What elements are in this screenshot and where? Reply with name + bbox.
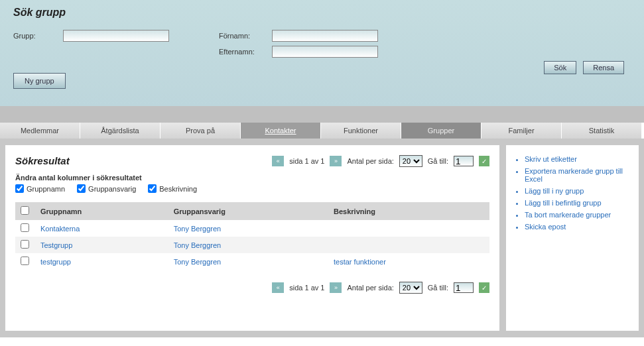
tab-medlemmar[interactable]: Medlemmar [0,123,80,139]
pager-next-icon[interactable]: » [330,282,342,293]
row-checkbox[interactable] [21,240,29,249]
tab-funktioner[interactable]: Funktioner [321,123,401,139]
sidebar-list: Skriv ut etiketterExportera markerade gr… [513,155,632,231]
row-checkbox[interactable] [21,223,29,232]
column-checkboxes: Gruppnamn Gruppansvarig Beskrivning [15,184,489,193]
row-checkbox[interactable] [21,257,29,265]
lastname-label: Efternamn: [219,48,272,56]
goto-label: Gå till: [428,284,448,292]
tab-bar: MedlemmarÅtgärdslistaProva påKontakterFu… [0,123,644,139]
responsible-link[interactable]: Tony Berggren [174,225,222,233]
firstname-input[interactable] [272,30,378,42]
col-check-responsible[interactable] [77,184,86,193]
content-panel: Sökresultat « sida 1 av 1 » Antal per si… [5,145,499,331]
new-group-button[interactable]: Ny grupp [13,73,66,89]
firstname-label: Förnamn: [219,32,272,40]
goto-input[interactable] [454,282,474,293]
goto-button-icon[interactable]: ✓ [479,282,489,293]
pager-page-text: sida 1 av 1 [289,284,324,292]
sidebar-item: Exportera markerade grupp till Excel [525,167,632,183]
per-page-select[interactable]: 20 [399,282,422,294]
tab-kontakter[interactable]: Kontakter [241,123,321,139]
sidebar-item: Skicka epost [525,223,632,231]
pager-next-icon[interactable]: » [330,156,342,166]
results-table: Gruppnamn Gruppansvarig Beskrivning Kont… [15,202,489,270]
sidebar-link[interactable]: Skicka epost [525,223,566,231]
responsible-link[interactable]: Tony Berggren [174,241,222,249]
sidebar-item: Ta bort markerade grupper [525,211,632,219]
sidebar-link[interactable]: Skriv ut etiketter [525,155,577,163]
lastname-input[interactable] [272,46,378,58]
responsible-link[interactable]: Tony Berggren [174,258,222,266]
form-group-mid: Förnamn: Efternamn: [219,30,378,62]
col-check-groupname-label: Gruppnamn [27,185,65,193]
goto-button-icon[interactable]: ✓ [479,156,489,166]
group-label: Grupp: [13,32,63,40]
separator-bar [0,106,644,123]
tab-statistik[interactable]: Statistik [562,123,642,139]
group-link[interactable]: testgrupp [40,258,71,266]
col-check-groupname[interactable] [15,184,24,193]
pager-top: « sida 1 av 1 » Antal per sida: 20 Gå ti… [272,155,489,167]
search-panel: Sök grupp Grupp: Förnamn: Efternamn: Ny … [0,0,644,106]
th-groupname[interactable]: Gruppnamn [35,202,168,220]
search-button[interactable]: Sök [544,61,576,74]
group-link[interactable]: Testgrupp [40,241,72,249]
col-check-description-label: Beskrivning [159,185,197,193]
tab-prova på[interactable]: Prova på [161,123,241,139]
form-group-left: Grupp: [13,30,169,46]
sidebar-link[interactable]: Lägg till i ny grupp [525,187,584,195]
sidebar-link[interactable]: Exportera markerade grupp till Excel [525,167,623,183]
pager-prev-icon[interactable]: « [272,156,284,166]
pager-page-text: sida 1 av 1 [289,157,324,165]
col-check-responsible-label: Gruppansvarig [88,185,136,193]
th-responsible[interactable]: Gruppansvarig [168,202,328,220]
search-buttons: Sök Rensa [544,61,624,74]
per-page-label: Antal per sida: [347,157,393,165]
col-check-description[interactable] [148,184,157,193]
clear-button[interactable]: Rensa [583,61,624,74]
per-page-select[interactable]: 20 [399,155,422,167]
per-page-label: Antal per sida: [347,284,393,292]
sidebar-item: Lägg till i befintlig grupp [525,199,632,207]
tab-åtgärdslista[interactable]: Åtgärdslista [80,123,161,139]
goto-label: Gå till: [428,157,448,165]
sidebar-item: Lägg till i ny grupp [525,187,632,195]
body-area: Sökresultat « sida 1 av 1 » Antal per si… [0,139,644,337]
select-all-checkbox[interactable] [21,206,29,215]
sidebar: Skriv ut etiketterExportera markerade gr… [506,145,639,331]
description-link[interactable]: testar funktioner [334,258,386,266]
sidebar-link[interactable]: Ta bort markerade grupper [525,211,611,219]
tab-grupper[interactable]: Grupper [401,123,482,139]
goto-input[interactable] [454,156,474,166]
table-row: KontakternaTony Berggren [15,220,489,237]
pager-bottom: « sida 1 av 1 » Antal per sida: 20 Gå ti… [272,282,489,294]
pager-prev-icon[interactable]: « [272,282,284,293]
table-row: testgruppTony Berggrentestar funktioner [15,253,489,270]
tab-familjer[interactable]: Familjer [482,123,562,139]
sidebar-link[interactable]: Lägg till i befintlig grupp [525,199,602,207]
group-link[interactable]: Kontakterna [40,225,80,233]
group-input[interactable] [63,30,169,42]
search-title: Sök grupp [13,7,631,19]
columns-caption: Ändra antal kolumner i sökresultatet [15,174,489,182]
th-description[interactable]: Beskrivning [328,202,489,220]
sidebar-item: Skriv ut etiketter [525,155,632,163]
table-row: TestgruppTony Berggren [15,237,489,253]
